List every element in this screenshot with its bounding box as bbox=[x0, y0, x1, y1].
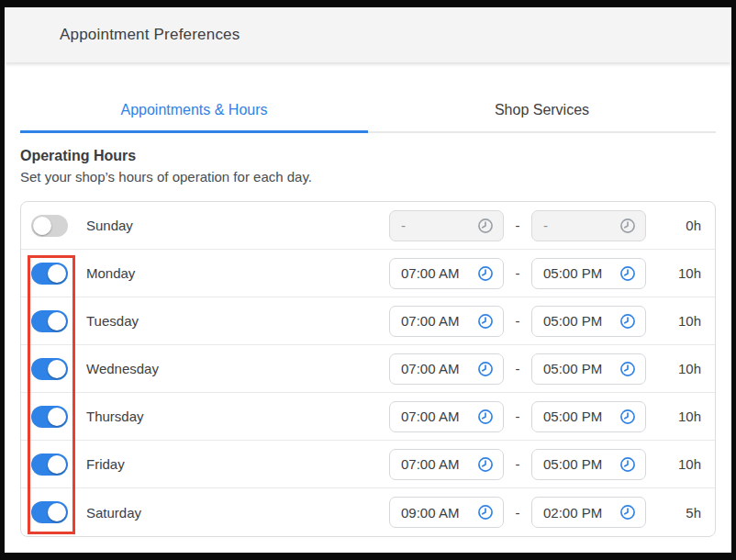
day-row: Tuesday 07:00 AM - 05:00 PM 10h bbox=[21, 297, 715, 345]
clock-icon bbox=[476, 312, 495, 330]
day-toggle[interactable] bbox=[31, 263, 68, 285]
tab-shop-services[interactable]: Shop Services bbox=[368, 89, 716, 131]
day-toggle[interactable] bbox=[31, 358, 68, 380]
start-time-input: - bbox=[389, 210, 504, 241]
day-toggle[interactable] bbox=[31, 406, 68, 428]
tab-appointments-hours[interactable]: Appointments & Hours bbox=[20, 89, 368, 131]
time-group: - - - 0h bbox=[389, 210, 701, 241]
appointment-preferences-window: Appointment Preferences Appointments & H… bbox=[5, 7, 731, 553]
clock-icon bbox=[476, 217, 495, 235]
end-time-value: 05:00 PM bbox=[543, 409, 602, 424]
section-title: Operating Hours bbox=[20, 148, 716, 164]
start-time-input[interactable]: 07:00 AM bbox=[389, 258, 504, 289]
start-time-input[interactable]: 09:00 AM bbox=[389, 497, 504, 528]
day-toggle[interactable] bbox=[31, 501, 68, 523]
end-time-value: 05:00 PM bbox=[543, 456, 602, 472]
end-time-value: 05:00 PM bbox=[543, 265, 602, 281]
start-time-input[interactable]: 07:00 AM bbox=[389, 401, 504, 432]
time-group: 07:00 AM - 05:00 PM 10h bbox=[389, 353, 701, 385]
start-time-value: 07:00 AM bbox=[401, 265, 459, 281]
tab-bar: Appointments & Hours Shop Services bbox=[20, 89, 716, 133]
day-row: Saturday 09:00 AM - 02:00 PM 5h bbox=[21, 488, 715, 536]
clock-icon bbox=[619, 360, 637, 378]
start-time-input[interactable]: 07:00 AM bbox=[389, 306, 504, 337]
time-group: 07:00 AM - 05:00 PM 10h bbox=[389, 306, 701, 337]
time-group: 09:00 AM - 02:00 PM 5h bbox=[389, 497, 701, 528]
end-time-input: - bbox=[531, 210, 646, 241]
section-subtitle: Set your shop’s hours of operation for e… bbox=[20, 169, 716, 185]
total-hours: 0h bbox=[646, 218, 701, 233]
clock-icon bbox=[619, 408, 637, 426]
total-hours: 10h bbox=[646, 361, 701, 376]
day-row: Thursday 07:00 AM - 05:00 PM 10h bbox=[21, 393, 715, 441]
toggle-knob bbox=[48, 503, 66, 521]
end-time-value: 05:00 PM bbox=[543, 361, 602, 376]
time-group: 07:00 AM - 05:00 PM 10h bbox=[389, 401, 701, 432]
start-time-value: 07:00 AM bbox=[401, 361, 459, 376]
clock-icon bbox=[619, 503, 637, 521]
day-label: Sunday bbox=[86, 218, 133, 233]
toggle-knob bbox=[48, 264, 66, 283]
start-time-input[interactable]: 07:00 AM bbox=[389, 353, 504, 385]
clock-icon bbox=[476, 503, 495, 521]
time-separator: - bbox=[504, 456, 531, 472]
total-hours: 10h bbox=[646, 313, 701, 329]
window-title: Appointment Preferences bbox=[60, 26, 240, 44]
day-row: Monday 07:00 AM - 05:00 PM 10h bbox=[21, 250, 715, 297]
end-time-input[interactable]: 05:00 PM bbox=[531, 353, 646, 385]
toggle-knob bbox=[48, 408, 66, 426]
end-time-value: 02:00 PM bbox=[543, 505, 602, 521]
start-time-value: 07:00 AM bbox=[401, 313, 459, 329]
end-time-input[interactable]: 02:00 PM bbox=[531, 497, 646, 528]
clock-icon bbox=[619, 217, 637, 235]
clock-icon bbox=[476, 360, 495, 378]
start-time-value: - bbox=[401, 218, 406, 233]
day-row: Wednesday 07:00 AM - 05:00 PM 10h bbox=[21, 345, 715, 393]
day-toggle[interactable] bbox=[31, 454, 68, 476]
day-label: Friday bbox=[86, 456, 125, 472]
time-separator: - bbox=[504, 218, 531, 233]
total-hours: 10h bbox=[646, 265, 701, 281]
day-label: Thursday bbox=[86, 409, 144, 424]
day-toggle[interactable] bbox=[31, 215, 68, 237]
day-label: Tuesday bbox=[86, 313, 139, 329]
day-row: Friday 07:00 AM - 05:00 PM 10h bbox=[21, 441, 715, 488]
tab-label: Appointments & Hours bbox=[120, 102, 267, 118]
time-group: 07:00 AM - 05:00 PM 10h bbox=[389, 258, 701, 289]
total-hours: 5h bbox=[646, 505, 701, 521]
start-time-value: 07:00 AM bbox=[401, 456, 459, 472]
end-time-value: 05:00 PM bbox=[543, 313, 602, 329]
day-label: Monday bbox=[86, 265, 135, 281]
tab-label: Shop Services bbox=[495, 102, 589, 118]
clock-icon bbox=[619, 455, 637, 474]
toggle-knob bbox=[48, 312, 66, 330]
time-group: 07:00 AM - 05:00 PM 10h bbox=[389, 449, 701, 480]
end-time-input[interactable]: 05:00 PM bbox=[531, 401, 646, 432]
clock-icon bbox=[476, 455, 495, 474]
day-label: Wednesday bbox=[86, 361, 159, 376]
clock-icon bbox=[619, 264, 637, 283]
hours-table: Sunday - - - 0h Monday bbox=[20, 201, 716, 537]
clock-icon bbox=[476, 264, 495, 283]
end-time-input[interactable]: 05:00 PM bbox=[531, 449, 646, 480]
toggle-knob bbox=[33, 217, 51, 235]
time-separator: - bbox=[504, 409, 531, 424]
clock-icon bbox=[619, 312, 637, 330]
total-hours: 10h bbox=[646, 409, 701, 424]
time-separator: - bbox=[504, 313, 531, 329]
start-time-value: 09:00 AM bbox=[401, 505, 459, 521]
end-time-input[interactable]: 05:00 PM bbox=[531, 258, 646, 289]
clock-icon bbox=[476, 408, 495, 426]
day-toggle[interactable] bbox=[31, 310, 68, 332]
toggle-knob bbox=[48, 360, 66, 378]
start-time-input[interactable]: 07:00 AM bbox=[389, 449, 504, 480]
day-label: Saturday bbox=[86, 505, 141, 521]
window-header: Appointment Preferences bbox=[5, 7, 731, 62]
time-separator: - bbox=[504, 361, 531, 376]
time-separator: - bbox=[504, 505, 531, 521]
end-time-input[interactable]: 05:00 PM bbox=[531, 306, 646, 337]
content-area: Appointments & Hours Shop Services Opera… bbox=[5, 89, 731, 537]
time-separator: - bbox=[504, 265, 531, 281]
start-time-value: 07:00 AM bbox=[401, 409, 459, 424]
end-time-value: - bbox=[543, 218, 548, 233]
